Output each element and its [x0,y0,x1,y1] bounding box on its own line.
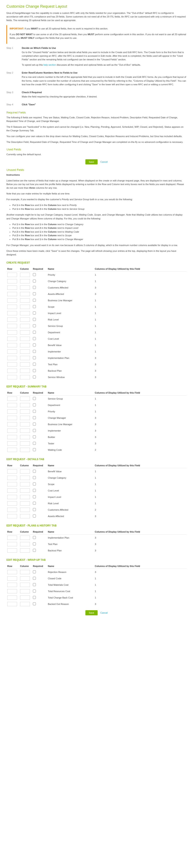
row-input[interactable] [7,416,17,420]
column-input[interactable] [20,273,30,277]
save-button[interactable]: Save [85,159,98,164]
required-checkbox[interactable] [33,403,36,406]
row-input[interactable] [7,448,17,452]
column-input[interactable] [20,589,30,593]
row-input[interactable] [7,324,17,328]
required-checkbox[interactable] [33,350,36,353]
column-input[interactable] [20,343,30,347]
row-input[interactable] [7,602,17,606]
required-checkbox[interactable] [33,495,36,498]
row-input[interactable] [7,542,17,546]
required-checkbox[interactable] [33,483,36,486]
column-input[interactable] [20,469,30,473]
required-checkbox[interactable] [33,363,36,366]
column-input[interactable] [20,489,30,493]
column-input[interactable] [20,337,30,341]
column-input[interactable] [20,356,30,360]
column-input[interactable] [20,576,30,581]
required-checkbox[interactable] [33,489,36,492]
row-input[interactable] [7,279,17,283]
required-checkbox[interactable] [33,570,36,574]
column-input[interactable] [20,285,30,290]
required-checkbox[interactable] [33,299,36,302]
row-input[interactable] [7,409,17,414]
column-input[interactable] [20,448,30,452]
row-input[interactable] [7,570,17,574]
row-input[interactable] [7,273,17,277]
column-input[interactable] [20,570,30,574]
row-input[interactable] [7,589,17,593]
required-checkbox[interactable] [33,542,36,546]
column-input[interactable] [20,548,30,553]
column-input[interactable] [20,508,30,512]
column-input[interactable] [20,416,30,420]
column-input[interactable] [20,305,30,309]
row-input[interactable] [7,311,17,315]
row-input[interactable] [7,429,17,433]
row-input[interactable] [7,349,17,354]
row-input[interactable] [7,576,17,581]
column-input[interactable] [20,583,30,587]
required-checkbox[interactable] [33,448,36,451]
help-link[interactable]: help section [44,64,56,66]
column-input[interactable] [20,595,30,600]
row-input[interactable] [7,435,17,439]
column-input[interactable] [20,536,30,540]
required-checkbox[interactable] [33,280,36,282]
cancel-button[interactable]: Cancel [100,160,108,163]
column-input[interactable] [20,349,30,354]
required-checkbox[interactable] [33,476,36,479]
column-input[interactable] [20,495,30,499]
column-input[interactable] [20,514,30,518]
column-input[interactable] [20,403,30,407]
row-input[interactable] [7,305,17,309]
required-checkbox[interactable] [33,343,36,346]
required-checkbox[interactable] [33,602,36,605]
required-checkbox[interactable] [33,273,36,276]
row-input[interactable] [7,403,17,407]
column-input[interactable] [20,429,30,433]
row-input[interactable] [7,337,17,341]
required-checkbox[interactable] [33,292,36,295]
row-input[interactable] [7,514,17,518]
row-input[interactable] [7,317,17,322]
required-checkbox[interactable] [33,416,36,419]
required-checkbox[interactable] [33,318,36,321]
required-checkbox[interactable] [33,305,36,308]
required-checkbox[interactable] [33,375,36,378]
required-checkbox[interactable] [33,423,36,426]
required-checkbox[interactable] [33,397,36,400]
column-input[interactable] [20,397,30,401]
column-input[interactable] [20,330,30,335]
column-input[interactable] [20,422,30,427]
column-input[interactable] [20,362,30,367]
required-checkbox[interactable] [33,286,36,289]
column-input[interactable] [20,369,30,373]
row-input[interactable] [7,362,17,367]
required-checkbox[interactable] [33,324,36,327]
required-checkbox[interactable] [33,311,36,314]
column-input[interactable] [20,441,30,445]
cancel-button-bottom[interactable]: Cancel [100,612,108,614]
row-input[interactable] [7,508,17,512]
column-input[interactable] [20,602,30,606]
row-input[interactable] [7,583,17,587]
row-input[interactable] [7,343,17,347]
row-input[interactable] [7,422,17,427]
row-input[interactable] [7,476,17,480]
column-input[interactable] [20,311,30,315]
row-input[interactable] [7,495,17,499]
required-checkbox[interactable] [33,549,36,552]
row-input[interactable] [7,595,17,600]
column-input[interactable] [20,375,30,379]
required-checkbox[interactable] [33,442,36,445]
required-checkbox[interactable] [33,515,36,518]
column-input[interactable] [20,409,30,414]
row-input[interactable] [7,482,17,486]
required-checkbox[interactable] [33,590,36,592]
row-input[interactable] [7,397,17,401]
column-input[interactable] [20,324,30,328]
column-input[interactable] [20,292,30,296]
required-checkbox[interactable] [33,536,36,539]
required-checkbox[interactable] [33,583,36,586]
